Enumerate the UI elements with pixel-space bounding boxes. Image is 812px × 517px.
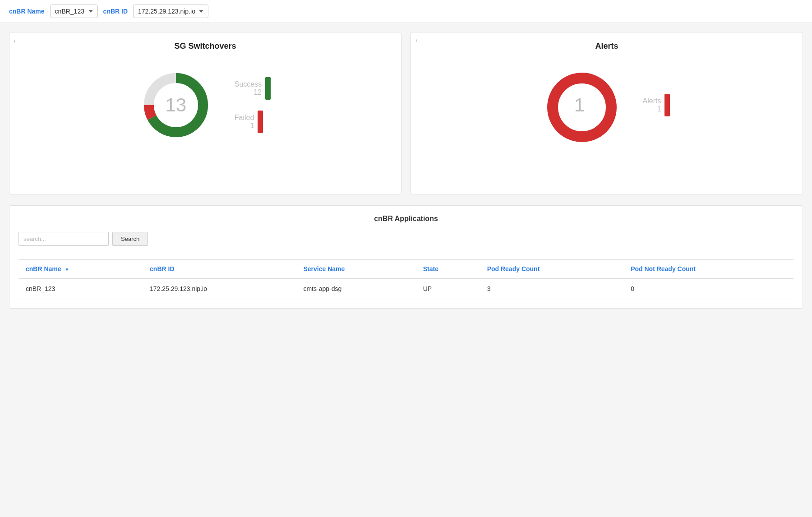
col-cnbr-name[interactable]: cnBR Name ▼ (18, 260, 143, 279)
alerts-value: 1 (643, 105, 661, 113)
cnbr-name-label: cnBR Name (9, 8, 45, 15)
cell-service_name: cmts-app-dsg (296, 278, 415, 299)
sg-failed-label: Failed (235, 114, 254, 122)
sg-success-label: Success (235, 80, 262, 88)
table-header: cnBR Name ▼ cnBR ID Service Name State P… (18, 260, 794, 279)
cell-cnbr_name: cnBR_123 (18, 278, 143, 299)
sg-donut-container: 13 (140, 69, 212, 141)
cell-cnbr_id: 172.25.29.123.nip.io (143, 278, 296, 299)
sg-failed-bar (258, 111, 263, 133)
cnbr-id-select[interactable]: 172.25.29.123.nip.io (133, 5, 208, 18)
applications-table: cnBR Name ▼ cnBR ID Service Name State P… (18, 259, 794, 299)
cell-pod_ready: 3 (480, 278, 624, 299)
table-header-row: cnBR Name ▼ cnBR ID Service Name State P… (18, 260, 794, 279)
alerts-legend: Alerts 1 (643, 94, 670, 116)
search-row: Search (18, 232, 794, 246)
search-input[interactable] (18, 232, 109, 246)
main-content: i SG Switchovers 13 (0, 23, 812, 318)
sg-switchovers-card: i SG Switchovers 13 (9, 32, 401, 194)
sort-icon-cnbr-name: ▼ (65, 267, 69, 272)
header-bar: cnBR Name cnBR_123 cnBR ID 172.25.29.123… (0, 0, 812, 23)
sg-failed-value: 1 (235, 122, 254, 130)
sg-chart-area: 13 Success 12 Failed 1 (18, 65, 392, 146)
alerts-bar (664, 94, 670, 116)
cell-pod_not_ready: 0 (623, 278, 794, 299)
alerts-label: Alerts (643, 97, 661, 105)
alerts-title: Alerts (420, 42, 794, 51)
cards-row: i SG Switchovers 13 (9, 32, 803, 194)
col-state: State (416, 260, 480, 279)
col-service-name: Service Name (296, 260, 415, 279)
table-body: cnBR_123172.25.29.123.nip.iocmts-app-dsg… (18, 278, 794, 299)
search-button[interactable]: Search (112, 232, 148, 246)
sg-legend: Success 12 Failed 1 (235, 77, 271, 133)
cnbr-id-label: cnBR ID (103, 8, 128, 15)
col-pod-not-ready: Pod Not Ready Count (623, 260, 794, 279)
cnbr-name-select[interactable]: cnBR_123 (50, 5, 98, 18)
sg-success-bar (265, 77, 271, 100)
alerts-chart-area: 1 Alerts 1 (420, 65, 794, 146)
alerts-card: i Alerts 1 Alerts 1 (411, 32, 803, 194)
applications-section: cnBR Applications Search cnBR Name ▼ cnB… (9, 205, 803, 309)
col-pod-ready: Pod Ready Count (480, 260, 624, 279)
sg-switchovers-title: SG Switchovers (18, 42, 392, 51)
col-cnbr-id: cnBR ID (143, 260, 296, 279)
sg-success-value: 12 (235, 88, 262, 97)
sg-success-legend: Success 12 (235, 77, 271, 100)
applications-title: cnBR Applications (18, 215, 794, 223)
sg-failed-legend: Failed 1 (235, 111, 271, 133)
sg-donut-center: 13 (165, 94, 186, 116)
table-row: cnBR_123172.25.29.123.nip.iocmts-app-dsg… (18, 278, 794, 299)
sg-info-icon: i (14, 37, 16, 44)
alerts-donut-center: 1 (574, 94, 585, 116)
alerts-donut-container: 1 (544, 69, 616, 141)
alerts-legend-item: Alerts 1 (643, 94, 670, 116)
alerts-info-icon: i (415, 37, 417, 44)
cell-state: UP (416, 278, 480, 299)
